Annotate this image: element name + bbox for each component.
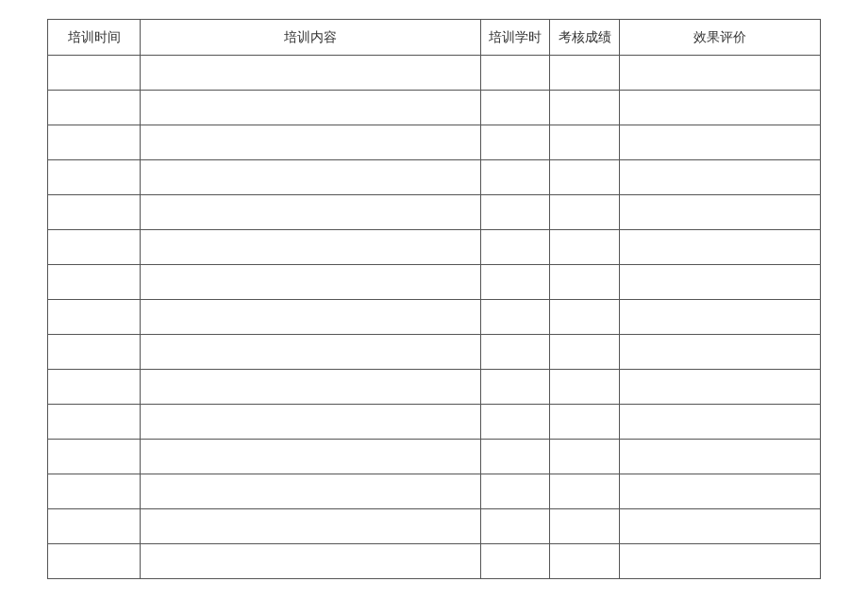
cell-score — [550, 56, 620, 91]
table-row — [48, 265, 821, 300]
cell-evaluation — [620, 405, 821, 440]
cell-content — [141, 160, 480, 195]
cell-time — [48, 440, 141, 474]
cell-hours — [480, 509, 550, 544]
table-row — [48, 195, 821, 230]
cell-hours — [480, 195, 550, 230]
cell-time — [48, 335, 141, 370]
cell-evaluation — [620, 370, 821, 405]
table-body — [48, 56, 821, 579]
table-row — [48, 440, 821, 474]
cell-evaluation — [620, 195, 821, 230]
cell-score — [550, 195, 620, 230]
header-training-hours: 培训学时 — [480, 20, 550, 56]
cell-time — [48, 544, 141, 579]
cell-content — [141, 230, 480, 265]
cell-time — [48, 160, 141, 195]
cell-hours — [480, 544, 550, 579]
cell-time — [48, 125, 141, 160]
cell-content — [141, 474, 480, 509]
cell-time — [48, 265, 141, 300]
cell-content — [141, 91, 480, 125]
cell-evaluation — [620, 125, 821, 160]
cell-content — [141, 440, 480, 474]
cell-content — [141, 56, 480, 91]
cell-hours — [480, 230, 550, 265]
cell-hours — [480, 370, 550, 405]
cell-content — [141, 370, 480, 405]
header-effect-evaluation: 效果评价 — [620, 20, 821, 56]
cell-time — [48, 91, 141, 125]
cell-hours — [480, 160, 550, 195]
cell-score — [550, 405, 620, 440]
cell-content — [141, 195, 480, 230]
cell-content — [141, 300, 480, 335]
cell-content — [141, 125, 480, 160]
table-row — [48, 300, 821, 335]
cell-hours — [480, 300, 550, 335]
cell-hours — [480, 440, 550, 474]
cell-evaluation — [620, 230, 821, 265]
table-row — [48, 474, 821, 509]
cell-score — [550, 544, 620, 579]
cell-hours — [480, 91, 550, 125]
cell-hours — [480, 56, 550, 91]
cell-evaluation — [620, 160, 821, 195]
cell-evaluation — [620, 335, 821, 370]
cell-hours — [480, 405, 550, 440]
table-row — [48, 335, 821, 370]
cell-evaluation — [620, 56, 821, 91]
cell-content — [141, 265, 480, 300]
cell-evaluation — [620, 91, 821, 125]
cell-time — [48, 405, 141, 440]
cell-evaluation — [620, 544, 821, 579]
cell-score — [550, 91, 620, 125]
cell-score — [550, 125, 620, 160]
table-row — [48, 56, 821, 91]
cell-score — [550, 265, 620, 300]
cell-content — [141, 405, 480, 440]
header-exam-score: 考核成绩 — [550, 20, 620, 56]
cell-hours — [480, 474, 550, 509]
cell-score — [550, 509, 620, 544]
table-header-row: 培训时间 培训内容 培训学时 考核成绩 效果评价 — [48, 20, 821, 56]
cell-score — [550, 335, 620, 370]
table-row — [48, 544, 821, 579]
cell-evaluation — [620, 474, 821, 509]
cell-score — [550, 370, 620, 405]
training-record-table: 培训时间 培训内容 培训学时 考核成绩 效果评价 — [47, 19, 821, 579]
cell-score — [550, 230, 620, 265]
table-row — [48, 91, 821, 125]
cell-evaluation — [620, 440, 821, 474]
cell-time — [48, 370, 141, 405]
cell-content — [141, 544, 480, 579]
table-row — [48, 405, 821, 440]
table-row — [48, 230, 821, 265]
cell-evaluation — [620, 265, 821, 300]
cell-evaluation — [620, 509, 821, 544]
cell-time — [48, 474, 141, 509]
cell-time — [48, 230, 141, 265]
table-row — [48, 509, 821, 544]
cell-hours — [480, 265, 550, 300]
header-training-content: 培训内容 — [141, 20, 480, 56]
header-training-time: 培训时间 — [48, 20, 141, 56]
cell-hours — [480, 335, 550, 370]
table-row — [48, 370, 821, 405]
cell-hours — [480, 125, 550, 160]
cell-time — [48, 56, 141, 91]
cell-content — [141, 509, 480, 544]
table-row — [48, 160, 821, 195]
cell-time — [48, 195, 141, 230]
cell-evaluation — [620, 300, 821, 335]
table-row — [48, 125, 821, 160]
cell-score — [550, 300, 620, 335]
cell-score — [550, 440, 620, 474]
cell-score — [550, 474, 620, 509]
cell-score — [550, 160, 620, 195]
cell-content — [141, 335, 480, 370]
cell-time — [48, 509, 141, 544]
cell-time — [48, 300, 141, 335]
